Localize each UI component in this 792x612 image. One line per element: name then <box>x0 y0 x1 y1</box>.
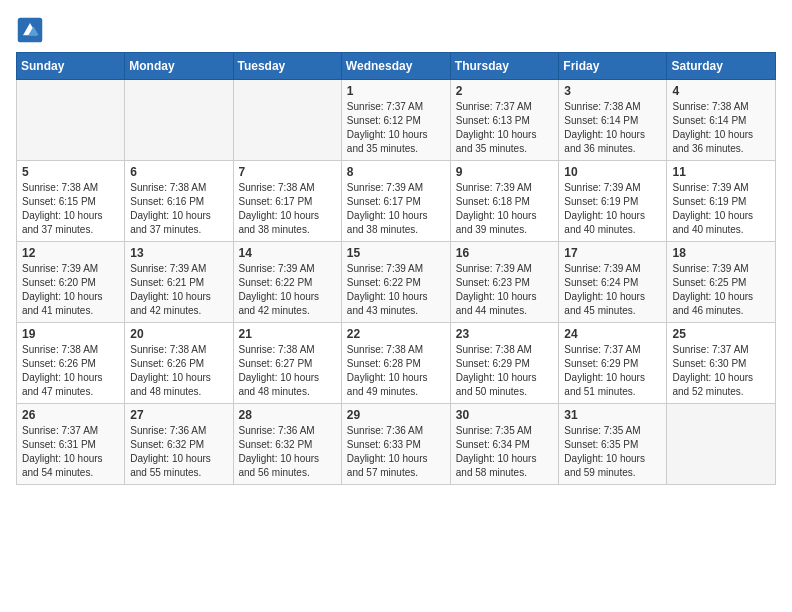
day-info: Sunrise: 7:38 AM Sunset: 6:15 PM Dayligh… <box>22 181 119 237</box>
calendar-cell: 26Sunrise: 7:37 AM Sunset: 6:31 PM Dayli… <box>17 404 125 485</box>
day-info: Sunrise: 7:39 AM Sunset: 6:22 PM Dayligh… <box>239 262 336 318</box>
day-number: 21 <box>239 327 336 341</box>
day-number: 13 <box>130 246 227 260</box>
day-info: Sunrise: 7:38 AM Sunset: 6:29 PM Dayligh… <box>456 343 554 399</box>
calendar-cell <box>17 80 125 161</box>
calendar-cell: 15Sunrise: 7:39 AM Sunset: 6:22 PM Dayli… <box>341 242 450 323</box>
day-number: 10 <box>564 165 661 179</box>
day-info: Sunrise: 7:36 AM Sunset: 6:32 PM Dayligh… <box>130 424 227 480</box>
day-number: 12 <box>22 246 119 260</box>
day-info: Sunrise: 7:37 AM Sunset: 6:30 PM Dayligh… <box>672 343 770 399</box>
day-info: Sunrise: 7:39 AM Sunset: 6:19 PM Dayligh… <box>564 181 661 237</box>
day-number: 31 <box>564 408 661 422</box>
calendar-cell: 9Sunrise: 7:39 AM Sunset: 6:18 PM Daylig… <box>450 161 559 242</box>
calendar-cell: 29Sunrise: 7:36 AM Sunset: 6:33 PM Dayli… <box>341 404 450 485</box>
day-number: 2 <box>456 84 554 98</box>
calendar-table: SundayMondayTuesdayWednesdayThursdayFrid… <box>16 52 776 485</box>
day-header-saturday: Saturday <box>667 53 776 80</box>
day-number: 7 <box>239 165 336 179</box>
calendar-cell: 19Sunrise: 7:38 AM Sunset: 6:26 PM Dayli… <box>17 323 125 404</box>
day-info: Sunrise: 7:36 AM Sunset: 6:33 PM Dayligh… <box>347 424 445 480</box>
day-info: Sunrise: 7:39 AM Sunset: 6:21 PM Dayligh… <box>130 262 227 318</box>
calendar-cell <box>233 80 341 161</box>
day-info: Sunrise: 7:38 AM Sunset: 6:28 PM Dayligh… <box>347 343 445 399</box>
day-number: 11 <box>672 165 770 179</box>
day-number: 26 <box>22 408 119 422</box>
day-header-wednesday: Wednesday <box>341 53 450 80</box>
day-info: Sunrise: 7:38 AM Sunset: 6:16 PM Dayligh… <box>130 181 227 237</box>
day-info: Sunrise: 7:39 AM Sunset: 6:18 PM Dayligh… <box>456 181 554 237</box>
calendar-cell: 13Sunrise: 7:39 AM Sunset: 6:21 PM Dayli… <box>125 242 233 323</box>
day-info: Sunrise: 7:38 AM Sunset: 6:26 PM Dayligh… <box>22 343 119 399</box>
day-info: Sunrise: 7:35 AM Sunset: 6:35 PM Dayligh… <box>564 424 661 480</box>
day-number: 1 <box>347 84 445 98</box>
day-number: 20 <box>130 327 227 341</box>
day-info: Sunrise: 7:37 AM Sunset: 6:29 PM Dayligh… <box>564 343 661 399</box>
calendar-cell: 11Sunrise: 7:39 AM Sunset: 6:19 PM Dayli… <box>667 161 776 242</box>
day-info: Sunrise: 7:38 AM Sunset: 6:17 PM Dayligh… <box>239 181 336 237</box>
day-number: 9 <box>456 165 554 179</box>
calendar-cell: 30Sunrise: 7:35 AM Sunset: 6:34 PM Dayli… <box>450 404 559 485</box>
day-info: Sunrise: 7:37 AM Sunset: 6:13 PM Dayligh… <box>456 100 554 156</box>
day-number: 23 <box>456 327 554 341</box>
calendar-cell: 2Sunrise: 7:37 AM Sunset: 6:13 PM Daylig… <box>450 80 559 161</box>
calendar-cell: 5Sunrise: 7:38 AM Sunset: 6:15 PM Daylig… <box>17 161 125 242</box>
calendar-cell: 10Sunrise: 7:39 AM Sunset: 6:19 PM Dayli… <box>559 161 667 242</box>
calendar-cell: 14Sunrise: 7:39 AM Sunset: 6:22 PM Dayli… <box>233 242 341 323</box>
day-header-monday: Monday <box>125 53 233 80</box>
day-info: Sunrise: 7:39 AM Sunset: 6:20 PM Dayligh… <box>22 262 119 318</box>
day-number: 3 <box>564 84 661 98</box>
calendar-cell: 16Sunrise: 7:39 AM Sunset: 6:23 PM Dayli… <box>450 242 559 323</box>
calendar-week-row: 5Sunrise: 7:38 AM Sunset: 6:15 PM Daylig… <box>17 161 776 242</box>
day-info: Sunrise: 7:39 AM Sunset: 6:25 PM Dayligh… <box>672 262 770 318</box>
calendar-cell: 28Sunrise: 7:36 AM Sunset: 6:32 PM Dayli… <box>233 404 341 485</box>
day-number: 27 <box>130 408 227 422</box>
calendar-cell: 31Sunrise: 7:35 AM Sunset: 6:35 PM Dayli… <box>559 404 667 485</box>
day-info: Sunrise: 7:37 AM Sunset: 6:31 PM Dayligh… <box>22 424 119 480</box>
day-header-tuesday: Tuesday <box>233 53 341 80</box>
day-info: Sunrise: 7:38 AM Sunset: 6:14 PM Dayligh… <box>564 100 661 156</box>
day-number: 19 <box>22 327 119 341</box>
day-number: 15 <box>347 246 445 260</box>
day-info: Sunrise: 7:38 AM Sunset: 6:14 PM Dayligh… <box>672 100 770 156</box>
logo-icon <box>16 16 44 44</box>
day-number: 16 <box>456 246 554 260</box>
logo <box>16 16 46 44</box>
calendar-cell: 22Sunrise: 7:38 AM Sunset: 6:28 PM Dayli… <box>341 323 450 404</box>
calendar-cell <box>125 80 233 161</box>
day-number: 28 <box>239 408 336 422</box>
calendar-cell: 25Sunrise: 7:37 AM Sunset: 6:30 PM Dayli… <box>667 323 776 404</box>
calendar-cell: 1Sunrise: 7:37 AM Sunset: 6:12 PM Daylig… <box>341 80 450 161</box>
day-number: 4 <box>672 84 770 98</box>
day-number: 6 <box>130 165 227 179</box>
calendar-cell: 18Sunrise: 7:39 AM Sunset: 6:25 PM Dayli… <box>667 242 776 323</box>
day-info: Sunrise: 7:39 AM Sunset: 6:17 PM Dayligh… <box>347 181 445 237</box>
calendar-week-row: 26Sunrise: 7:37 AM Sunset: 6:31 PM Dayli… <box>17 404 776 485</box>
calendar-week-row: 19Sunrise: 7:38 AM Sunset: 6:26 PM Dayli… <box>17 323 776 404</box>
day-info: Sunrise: 7:38 AM Sunset: 6:26 PM Dayligh… <box>130 343 227 399</box>
calendar-cell: 27Sunrise: 7:36 AM Sunset: 6:32 PM Dayli… <box>125 404 233 485</box>
day-number: 5 <box>22 165 119 179</box>
day-info: Sunrise: 7:39 AM Sunset: 6:23 PM Dayligh… <box>456 262 554 318</box>
day-info: Sunrise: 7:36 AM Sunset: 6:32 PM Dayligh… <box>239 424 336 480</box>
calendar-cell: 17Sunrise: 7:39 AM Sunset: 6:24 PM Dayli… <box>559 242 667 323</box>
day-number: 14 <box>239 246 336 260</box>
calendar-cell: 4Sunrise: 7:38 AM Sunset: 6:14 PM Daylig… <box>667 80 776 161</box>
calendar-cell: 21Sunrise: 7:38 AM Sunset: 6:27 PM Dayli… <box>233 323 341 404</box>
calendar-cell: 12Sunrise: 7:39 AM Sunset: 6:20 PM Dayli… <box>17 242 125 323</box>
day-header-friday: Friday <box>559 53 667 80</box>
page-header <box>16 16 776 44</box>
calendar-header-row: SundayMondayTuesdayWednesdayThursdayFrid… <box>17 53 776 80</box>
day-info: Sunrise: 7:39 AM Sunset: 6:22 PM Dayligh… <box>347 262 445 318</box>
day-number: 22 <box>347 327 445 341</box>
day-number: 24 <box>564 327 661 341</box>
day-number: 17 <box>564 246 661 260</box>
calendar-week-row: 12Sunrise: 7:39 AM Sunset: 6:20 PM Dayli… <box>17 242 776 323</box>
calendar-cell: 7Sunrise: 7:38 AM Sunset: 6:17 PM Daylig… <box>233 161 341 242</box>
day-number: 25 <box>672 327 770 341</box>
day-number: 29 <box>347 408 445 422</box>
day-header-thursday: Thursday <box>450 53 559 80</box>
day-info: Sunrise: 7:38 AM Sunset: 6:27 PM Dayligh… <box>239 343 336 399</box>
calendar-cell: 24Sunrise: 7:37 AM Sunset: 6:29 PM Dayli… <box>559 323 667 404</box>
day-number: 30 <box>456 408 554 422</box>
